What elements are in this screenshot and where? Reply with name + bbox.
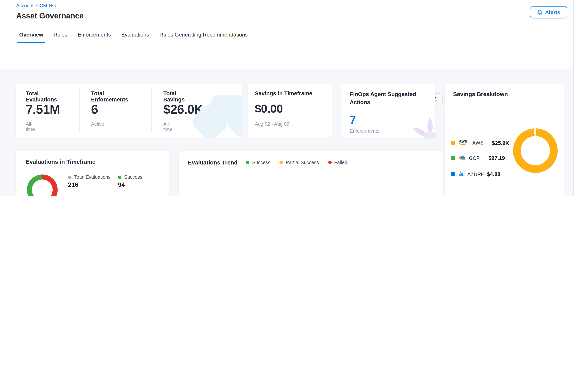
savings-timeframe-value: $0.00 [255,102,283,115]
asset-governance-page: Account: CCM-NG Asset Governance Alerts … [0,0,588,196]
page-right-rail [574,0,588,196]
alerts-button[interactable]: Alerts [530,6,567,18]
legend-value: $4.88 [487,171,500,177]
savings-breakdown-card: Savings Breakdown aws AWS $25.9K GCP $97… [445,84,564,196]
tab-overview[interactable]: Overview [19,26,43,43]
legend-total-evaluations: Total Evaluations 216 [68,174,110,188]
trend-legend: SuccessPartial SuccessFailed [246,160,347,165]
trend-legend-item: Partial Success [280,160,319,165]
page-title: Asset Governance [16,12,84,20]
account-breadcrumb-link[interactable]: Account: CCM-NG [16,3,56,8]
tab-rules[interactable]: Rules [54,26,68,43]
stat-label: Total Enforcements [91,90,128,102]
trend-legend-item: Failed [328,160,347,165]
stat-label: Total Savings [163,90,185,102]
evaluations-timeframe-card: Evaluations in Timeframe Total Evaluatio… [16,151,170,196]
legend-item-azure: AZURE $4.88 [451,171,500,178]
totals-card: Total Evaluations 7.51M All-time Total E… [16,84,242,138]
savings-timeframe-card: Savings in Timeframe $0.00 Aug 02 - Aug … [248,84,332,138]
savings-timeframe-range: Aug 02 - Aug 09 [255,122,289,127]
card-title: Savings in Timeframe [255,90,312,96]
legend-item-gcp: GCP $97.19 [451,154,505,162]
page-header: Account: CCM-NG Asset Governance Alerts [0,0,574,26]
card-title: FinOps Agent Suggested Actions [350,90,419,106]
aws-logo-icon: aws [458,138,469,146]
gcp-logo-icon [458,154,466,160]
trend-plot: 08/0208/0308/0408/0508/0608/0708/08 [200,173,426,196]
filter-bar: aws [0,43,574,69]
finops-caption: Enforcements [350,128,379,134]
legend-label: AWS [472,140,488,146]
stat-value: 7.51M [26,102,60,117]
stat-caption: Active [91,122,104,127]
y-axis-tick: 80 [188,196,196,196]
tab-enforcements[interactable]: Enforcements [78,26,111,43]
legend-value: $25.9K [492,140,509,146]
evaluations-trend-card: Evaluations Trend SuccessPartial Success… [179,151,443,196]
stat-value: $26.0K [163,102,203,117]
tab-rules-generating-recommendations[interactable]: Rules Generating Recommendations [160,26,248,43]
trend-legend-item: Success [246,160,270,165]
tab-bar: Overview Rules Enforcements Evaluations … [0,26,574,43]
savings-breakdown-donut [513,128,558,173]
legend-label: AZURE [467,171,484,177]
alerts-button-label: Alerts [545,9,560,15]
stat-caption: All-time [163,122,172,132]
evaluations-donut [27,174,58,196]
legend-success: Success 94 [118,174,142,188]
legend-item-aws: aws AWS $25.9K [451,138,509,147]
card-title: Evaluations Trend [188,159,238,166]
svg-text:aws: aws [459,139,467,144]
tab-evaluations[interactable]: Evaluations [121,26,149,43]
finops-actions-value: 7 [350,114,356,126]
flower-watermark [395,104,436,138]
stat-label: Total Evaluations [26,90,57,102]
legend-value: $97.19 [488,155,505,161]
card-title: Evaluations in Timeframe [26,158,96,165]
card-title: Savings Breakdown [453,91,508,97]
bell-icon [537,10,543,15]
azure-logo-icon [458,171,464,176]
stat-caption: All-time [26,122,35,132]
stat-value: 6 [91,102,98,117]
legend-label: GCP [469,155,485,161]
finops-agent-card: FinOps Agent Suggested Actions 7 Enforce… [340,84,436,138]
